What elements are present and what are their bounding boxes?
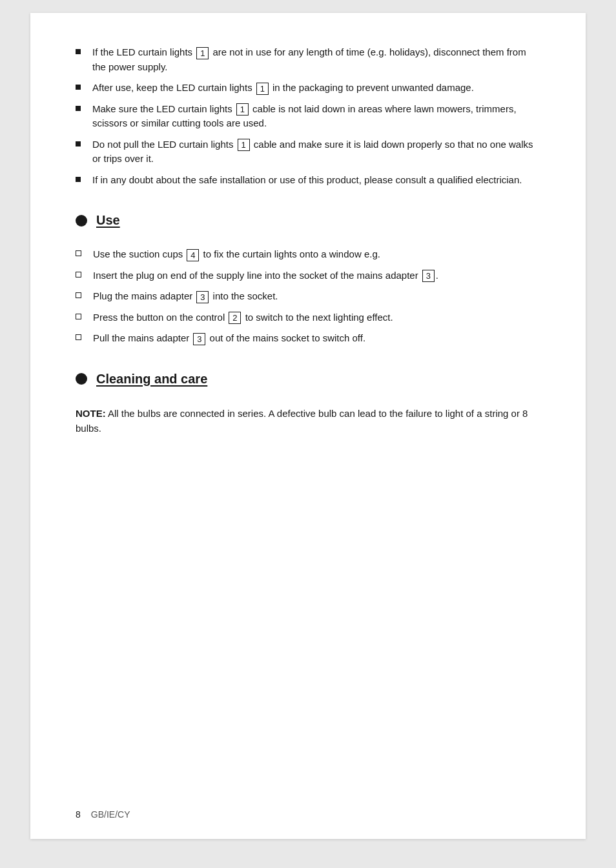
list-item-text: Make sure the LED curtain lights 1 cable… — [92, 102, 540, 131]
badge-1: 1 — [196, 47, 209, 59]
safety-list: If the LED curtain lights 1 are not in u… — [76, 45, 540, 187]
badge-2: 2 — [229, 312, 241, 324]
section-cleaning-title: Cleaning and care — [96, 372, 207, 387]
list-item-text: Insert the plug on end of the supply lin… — [93, 268, 438, 283]
list-item-text: Do not pull the LED curtain lights 1 cab… — [92, 137, 540, 167]
section-dot-icon — [76, 373, 87, 385]
bullet-empty-icon — [76, 334, 81, 340]
note-bold-label: NOTE: — [76, 408, 106, 419]
bullet-icon — [76, 141, 81, 146]
list-item-text: Pull the mains adapter 3 out of the main… — [93, 331, 365, 346]
list-item: Insert the plug on end of the supply lin… — [76, 268, 540, 283]
page-number: 8 — [76, 809, 81, 820]
bullet-icon — [76, 85, 81, 90]
badge-1: 1 — [238, 139, 250, 151]
bullet-icon — [76, 177, 81, 182]
list-item-text: Plug the mains adapter 3 into the socket… — [93, 289, 278, 304]
list-item: Make sure the LED curtain lights 1 cable… — [76, 102, 540, 131]
page: If the LED curtain lights 1 are not in u… — [30, 13, 586, 839]
list-item: Do not pull the LED curtain lights 1 cab… — [76, 137, 540, 167]
bullet-icon — [76, 49, 81, 54]
bullet-empty-icon — [76, 250, 81, 256]
badge-3: 3 — [193, 333, 205, 345]
bullet-empty-icon — [76, 292, 81, 298]
badge-4: 4 — [187, 249, 199, 261]
section-dot-icon — [76, 215, 87, 227]
list-item-text: Press the button on the control 2 to swi… — [93, 310, 393, 325]
section-use-title: Use — [96, 213, 120, 228]
list-item: If the LED curtain lights 1 are not in u… — [76, 45, 540, 74]
list-item-text: After use, keep the LED curtain lights 1… — [92, 81, 474, 96]
list-item: Press the button on the control 2 to swi… — [76, 310, 540, 325]
list-item: After use, keep the LED curtain lights 1… — [76, 81, 540, 96]
badge-1: 1 — [256, 83, 269, 95]
cleaning-note: NOTE: All the bulbs are connected in ser… — [76, 406, 540, 436]
section-cleaning-header: Cleaning and care — [76, 372, 540, 387]
bullet-empty-icon — [76, 272, 81, 278]
section-use-header: Use — [76, 213, 540, 228]
list-item-text: If the LED curtain lights 1 are not in u… — [92, 45, 540, 74]
list-item-text: If in any doubt about the safe installat… — [92, 173, 522, 188]
badge-1: 1 — [236, 103, 249, 116]
list-item-text: Use the suction cups 4 to fix the curtai… — [93, 247, 380, 262]
list-item: If in any doubt about the safe installat… — [76, 173, 540, 188]
list-item: Pull the mains adapter 3 out of the main… — [76, 331, 540, 346]
use-list: Use the suction cups 4 to fix the curtai… — [76, 247, 540, 346]
list-item: Plug the mains adapter 3 into the socket… — [76, 289, 540, 304]
badge-3: 3 — [196, 291, 209, 303]
page-footer: 8 GB/IE/CY — [76, 809, 130, 820]
bullet-icon — [76, 106, 81, 111]
footer-locale: GB/IE/CY — [91, 809, 130, 820]
bullet-empty-icon — [76, 314, 81, 319]
badge-3: 3 — [422, 270, 435, 282]
list-item: Use the suction cups 4 to fix the curtai… — [76, 247, 540, 262]
note-body-text: All the bulbs are connected in series. A… — [76, 408, 528, 434]
